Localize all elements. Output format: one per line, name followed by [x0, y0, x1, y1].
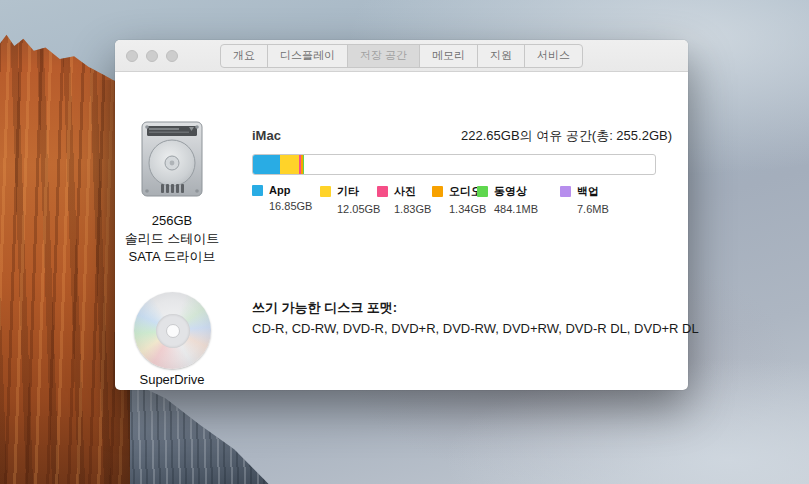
legend-label: 사진 — [394, 184, 416, 199]
legend-swatch — [320, 186, 331, 197]
legend-label: 동영상 — [494, 184, 527, 199]
drive-type-line: 솔리드 스테이트 — [121, 230, 223, 248]
device-row: iMac 222.65GB의 여유 공간(총: 255.2GB) — [252, 127, 672, 145]
drive-bus-line: SATA 드라이브 — [121, 248, 223, 266]
tab-1[interactable]: 개요 — [221, 45, 267, 67]
window-titlebar[interactable]: 개요디스플레이저장 공간메모리지원서비스 — [115, 40, 688, 72]
legend-label: App — [269, 184, 290, 196]
tab-5[interactable]: 지원 — [477, 45, 524, 67]
legend-value: 7.6MB — [577, 203, 609, 215]
legend-swatch — [560, 186, 571, 197]
free-space-text: 222.65GB의 여유 공간(총: 255.2GB) — [461, 127, 672, 145]
tab-6[interactable]: 서비스 — [524, 45, 582, 67]
tab-4[interactable]: 메모리 — [419, 45, 477, 67]
usage-segment-5 — [303, 155, 304, 174]
storage-legend: App16.85GB기타12.05GB사진1.83GB오디오1.34GB동영상4… — [115, 184, 688, 218]
legend-item: App16.85GB — [252, 184, 312, 212]
superdrive-disc-icon — [134, 292, 211, 369]
legend-item: 사진1.83GB — [377, 184, 431, 215]
legend-value: 12.05GB — [337, 203, 380, 215]
superdrive-label: SuperDrive — [121, 372, 223, 387]
legend-swatch — [432, 186, 443, 197]
drive-caption: 256GB 솔리드 스테이트 SATA 드라이브 — [121, 212, 223, 266]
device-name: iMac — [252, 128, 281, 143]
legend-value: 484.1MB — [494, 203, 538, 215]
legend-swatch — [477, 186, 488, 197]
usage-segment-2 — [280, 155, 299, 174]
minimize-button[interactable] — [146, 50, 158, 62]
close-button[interactable] — [126, 50, 138, 62]
traffic-lights — [126, 40, 178, 72]
disc-hole — [166, 324, 180, 338]
storage-usage-bar — [252, 154, 656, 175]
writable-formats-title: 쓰기 가능한 디스크 포맷: — [252, 299, 397, 317]
about-this-mac-window: 개요디스플레이저장 공간메모리지원서비스 — [115, 40, 688, 390]
legend-value: 16.85GB — [269, 200, 312, 212]
tab-2[interactable]: 디스플레이 — [267, 45, 347, 67]
tab-3[interactable]: 저장 공간 — [347, 45, 419, 67]
zoom-button[interactable] — [166, 50, 178, 62]
legend-item: 동영상484.1MB — [477, 184, 538, 215]
legend-item: 백업7.6MB — [560, 184, 609, 215]
storage-pane: 256GB 솔리드 스테이트 SATA 드라이브 SuperDrive iMac… — [115, 72, 688, 390]
legend-swatch — [252, 185, 263, 196]
legend-swatch — [377, 186, 388, 197]
legend-value: 1.83GB — [394, 203, 431, 215]
legend-label: 백업 — [577, 184, 599, 199]
tab-bar: 개요디스플레이저장 공간메모리지원서비스 — [220, 44, 583, 68]
legend-item: 기타12.05GB — [320, 184, 380, 215]
usage-segment-1 — [253, 155, 280, 174]
legend-label: 기타 — [337, 184, 359, 199]
writable-formats-list: CD-R, CD-RW, DVD-R, DVD+R, DVD-RW, DVD+R… — [252, 321, 699, 336]
